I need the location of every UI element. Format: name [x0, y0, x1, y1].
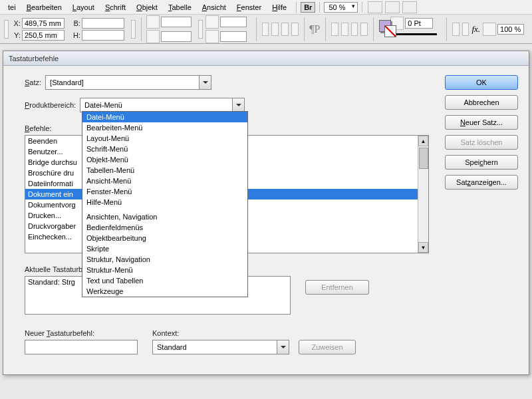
aktuelle-value: Standard: Strg — [28, 278, 75, 286]
zuweisen-button[interactable]: Zuweisen — [299, 340, 356, 354]
keyboard-shortcuts-dialog: Tastaturbefehle Satz: [Standard] Produkt… — [3, 51, 529, 375]
dropdown-item[interactable]: Ansichten, Navigation — [82, 211, 247, 222]
kontext-value: Standard — [157, 343, 187, 351]
y-label: Y: — [11, 31, 21, 39]
menu-datei[interactable]: tei — [3, 1, 21, 13]
scroll-down-icon[interactable]: ▼ — [418, 242, 428, 253]
dropdown-item[interactable]: Werkzeuge — [82, 286, 247, 297]
flip-v-icon[interactable] — [291, 23, 299, 36]
produktbereich-value: Datei-Menü — [84, 101, 122, 109]
menu-tabelle[interactable]: Tabelle — [163, 1, 197, 13]
neuer-satz-button[interactable]: Neuer Satz... — [445, 115, 518, 130]
produktbereich-combo[interactable]: Datei-Menü — [80, 98, 245, 112]
dropdown-item[interactable]: Schrift-Menü — [82, 144, 247, 154]
shear-icon — [205, 30, 219, 43]
kontext-label: Kontext: — [152, 329, 179, 337]
scrollbar[interactable]: ▲ ▼ — [418, 136, 428, 253]
scroll-up-icon[interactable]: ▲ — [418, 136, 428, 146]
dropdown-item[interactable]: Datei-Menü — [82, 112, 247, 122]
speichern-button[interactable]: Speichern — [445, 155, 518, 170]
link-scale-icon[interactable] — [198, 20, 203, 39]
scale-y-icon — [146, 30, 160, 43]
opacity-field[interactable]: 100 % — [497, 24, 524, 35]
dropdown-item[interactable]: Text und Tabellen — [82, 275, 247, 286]
select-content-icon[interactable] — [341, 23, 348, 36]
menu-fenster[interactable]: Fenster — [231, 1, 267, 13]
bridge-button[interactable]: Br — [301, 2, 315, 13]
stroke-weight-field[interactable]: 0 Pt — [405, 18, 433, 29]
scale-x-icon — [146, 15, 160, 29]
drop-shadow-icon[interactable] — [462, 23, 469, 36]
menu-separator — [296, 2, 297, 13]
satz-value: [Standard] — [50, 78, 84, 86]
menu-separator — [319, 2, 320, 13]
menu-objekt[interactable]: Objekt — [131, 1, 163, 13]
screen-mode-icon[interactable] — [368, 1, 382, 13]
dropdown-item[interactable]: Struktur-Menü — [82, 265, 247, 275]
menu-schrift[interactable]: Schrift — [100, 1, 131, 13]
dropdown-item[interactable]: Bearbeiten-Menü — [82, 122, 247, 133]
satz-label: Satz: — [25, 78, 41, 86]
scale-x-field[interactable] — [161, 17, 192, 27]
menu-layout[interactable]: Layout — [67, 1, 100, 13]
neuer-label: Neuer Tastaturbefehl: — [25, 329, 94, 337]
opacity-icon[interactable] — [452, 23, 460, 36]
scroll-thumb[interactable] — [419, 148, 428, 169]
arrange-icon[interactable] — [385, 1, 400, 13]
dropdown-item[interactable]: Skripte — [82, 243, 247, 254]
dropdown-item[interactable]: Tabellen-Menü — [82, 165, 247, 176]
produktbereich-dropdown[interactable]: Datei-MenüBearbeiten-MenüLayout-MenüSchr… — [82, 111, 248, 297]
select-next-icon[interactable] — [360, 23, 368, 36]
dropdown-item[interactable]: Ansicht-Menü — [82, 176, 247, 186]
zoom-level[interactable]: 50 % — [324, 2, 358, 13]
w-label: B: — [71, 19, 80, 27]
stroke-style-field[interactable] — [390, 33, 437, 41]
dialog-titlebar[interactable]: Tastaturbefehle — [3, 51, 529, 66]
dropdown-item[interactable]: Hilfe-Menü — [82, 197, 247, 207]
scale-y-field[interactable] — [161, 31, 192, 42]
dropdown-arrow-icon[interactable] — [232, 98, 244, 112]
link-wh-icon[interactable] — [131, 20, 136, 39]
paragraph-icon[interactable]: ¶P — [309, 23, 320, 35]
dropdown-item[interactable]: Fenster-Menü — [82, 186, 247, 197]
satz-combo[interactable]: [Standard] — [45, 75, 211, 90]
rotate-ccw-icon[interactable] — [262, 23, 269, 36]
rotate-field[interactable] — [220, 17, 247, 27]
workspace-icon[interactable] — [402, 1, 417, 13]
x-label: X: — [11, 19, 21, 27]
rotate-icon — [205, 15, 219, 29]
y-field[interactable]: 250,5 mm — [22, 30, 65, 41]
h-field[interactable] — [82, 30, 124, 41]
fx-icon[interactable]: fx. — [471, 24, 480, 35]
dropdown-item[interactable]: Bedienfeldmenüs — [82, 222, 247, 233]
w-field[interactable] — [82, 18, 124, 29]
entfernen-button[interactable]: Entfernen — [305, 280, 369, 295]
control-toolbar: X:489,75 mm Y:250,5 mm B: H: ¶P 0 Pt fx.… — [0, 15, 532, 44]
neuer-field[interactable] — [25, 340, 138, 354]
menu-bearbeiten[interactable]: Bearbeiten — [21, 1, 67, 13]
x-field[interactable]: 489,75 mm — [22, 18, 65, 29]
dropdown-item[interactable]: Objekt-Menü — [82, 154, 247, 165]
flip-h-icon[interactable] — [281, 23, 289, 36]
dropdown-arrow-icon[interactable] — [277, 340, 289, 354]
dropdown-item[interactable]: Layout-Menü — [82, 133, 247, 144]
satz-loeschen-button[interactable]: Satz löschen — [445, 135, 518, 150]
dropdown-item[interactable]: Struktur, Navigation — [82, 254, 247, 265]
dropdown-item[interactable]: Objektbearbeitung — [82, 233, 247, 243]
select-prev-icon[interactable] — [351, 23, 358, 36]
menu-ansicht[interactable]: Ansicht — [197, 1, 231, 13]
menu-bar: tei Bearbeiten Layout Schrift Objekt Tab… — [0, 0, 532, 15]
produktbereich-label: Produktbereich: — [25, 101, 76, 109]
shear-field[interactable] — [220, 31, 247, 42]
abbrechen-button[interactable]: Abbrechen — [445, 95, 518, 110]
kontext-combo[interactable]: Standard — [152, 340, 289, 354]
select-container-icon[interactable] — [331, 23, 338, 36]
rotate-cw-icon[interactable] — [271, 23, 279, 36]
satz-anzeigen-button[interactable]: Satz anzeigen... — [445, 175, 518, 190]
reference-point-icon[interactable] — [4, 20, 9, 39]
dropdown-arrow-icon[interactable] — [199, 76, 211, 89]
ok-button[interactable]: OK — [445, 75, 518, 90]
opacity-label-icon — [483, 23, 496, 36]
stroke-swatch[interactable] — [384, 25, 396, 37]
menu-hilfe[interactable]: Hilfe — [267, 1, 292, 13]
